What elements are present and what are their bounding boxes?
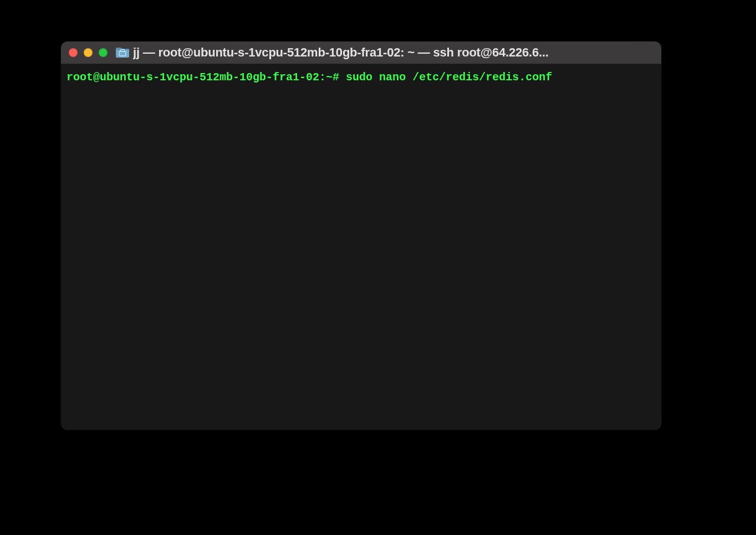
minimize-button[interactable] — [84, 48, 93, 57]
prompt-text: root@ubuntu-s-1vcpu-512mb-10gb-fra1-02:~… — [67, 71, 339, 84]
titlebar[interactable]: jj — root@ubuntu-s-1vcpu-512mb-10gb-fra1… — [61, 42, 661, 64]
terminal-body[interactable]: root@ubuntu-s-1vcpu-512mb-10gb-fra1-02:~… — [61, 64, 661, 430]
close-button[interactable] — [69, 48, 78, 57]
command-text: sudo nano /etc/redis/redis.conf — [346, 71, 552, 84]
window-title: jj — root@ubuntu-s-1vcpu-512mb-10gb-fra1… — [133, 45, 653, 60]
terminal-window[interactable]: jj — root@ubuntu-s-1vcpu-512mb-10gb-fra1… — [61, 42, 661, 430]
traffic-lights — [69, 48, 108, 57]
folder-icon — [115, 47, 130, 58]
maximize-button[interactable] — [99, 48, 108, 57]
